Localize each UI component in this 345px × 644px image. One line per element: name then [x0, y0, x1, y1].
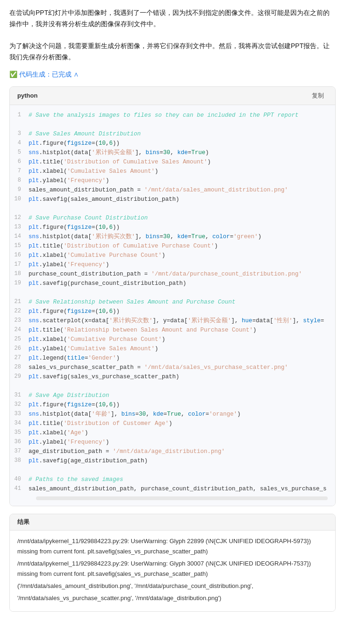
line-number: 7 [10, 167, 29, 176]
line-content: plt.xlabel('Age') [29, 428, 335, 438]
intro-text: 在尝试向PPT幻灯片中添加图像时，我遇到了一个错误，因为找不到指定的图像文件。这… [9, 7, 336, 63]
result-line: /mnt/data/ipykernel_11/929884223.py:29: … [17, 559, 328, 579]
line-number: 31 [10, 391, 29, 400]
code-line: 22plt.figure(figsize=(10,6)) [10, 307, 335, 316]
line-number: 18 [10, 269, 29, 279]
line-content: plt.savefig(sales_amount_distribution_pa… [29, 195, 335, 204]
line-content: # Save Sales Amount Distribution [29, 129, 335, 139]
line-content: plt.figure(figsize=(10,6)) [29, 307, 335, 316]
code-line: 7plt.xlabel('Cumulative Sales Amount') [10, 167, 335, 176]
line-content: sales_amount_distribution_path = '/mnt/d… [29, 185, 335, 195]
line-content: sales_amount_distribution_path, purchase… [29, 484, 335, 494]
line-number: 15 [10, 241, 29, 251]
line-content: # Save the analysis images to files so t… [29, 111, 335, 120]
code-line: 24plt.title('Relationship between Sales … [10, 326, 335, 335]
code-line: 36plt.ylabel('Frequency') [10, 438, 335, 447]
line-content: plt.title('Distribution of Cumulative Pu… [29, 241, 335, 251]
code-line: 6plt.title('Distribution of Cumulative S… [10, 157, 335, 167]
line-content: plt.xlabel('Cumulative Purchase Count') [29, 335, 335, 344]
copy-button[interactable]: 复制 [308, 91, 328, 101]
code-line: 33sns.histplot(data['年龄'], bins=30, kde=… [10, 410, 335, 419]
code-language-label: python [17, 92, 37, 99]
horizontal-scrollbar[interactable] [36, 496, 328, 500]
line-content: purchase_count_distribution_path = '/mnt… [29, 269, 335, 279]
line-number: 3 [10, 129, 29, 139]
main-container: 在尝试向PPT幻灯片中添加图像时，我遇到了一个错误，因为找不到指定的图像文件。这… [0, 0, 345, 619]
line-number: 41 [10, 484, 29, 494]
code-line: 15plt.title('Distribution of Cumulative … [10, 241, 335, 251]
result-line: ('/mnt/data/sales_amount_distribution.pn… [17, 581, 328, 591]
code-line: 17plt.ylabel('Frequency') [10, 260, 335, 269]
line-number: 32 [10, 400, 29, 410]
line-number [10, 204, 29, 213]
code-line: 28sales_vs_purchase_scatter_path = '/mnt… [10, 363, 335, 372]
code-line: 23sns.scatterplot(x=data['累计购买次数'], y=da… [10, 316, 335, 326]
code-line: 12# Save Purchase Count Distribution [10, 213, 335, 223]
line-content [29, 288, 335, 297]
result-block: 结果 /mnt/data/ipykernel_11/929884223.py:2… [9, 514, 336, 612]
line-number: 19 [10, 279, 29, 288]
code-line [10, 120, 335, 129]
code-line [10, 204, 335, 213]
code-line: 27plt.legend(title='Gender') [10, 354, 335, 363]
code-line: 21# Save Relationship between Sales Amou… [10, 297, 335, 307]
code-gen-status[interactable]: ✅ 代码生成：已完成 ∧ [9, 71, 336, 79]
line-content: sns.histplot(data['累计购买金额'], bins=30, kd… [29, 148, 335, 157]
line-number: 24 [10, 326, 29, 335]
code-line: 1# Save the analysis images to files so … [10, 111, 335, 120]
line-content: plt.figure(figsize=(10,6)) [29, 223, 335, 232]
line-content: plt.title('Distribution of Cumulative Sa… [29, 157, 335, 167]
line-number: 23 [10, 316, 29, 326]
line-content: plt.ylabel('Frequency') [29, 176, 335, 185]
line-number [10, 288, 29, 297]
line-number: 25 [10, 335, 29, 344]
line-number: 14 [10, 232, 29, 241]
line-number: 33 [10, 410, 29, 419]
code-line [10, 288, 335, 297]
line-content: plt.savefig(purchase_count_distribution_… [29, 279, 335, 288]
line-content [29, 120, 335, 129]
line-number: 17 [10, 260, 29, 269]
code-line: 9sales_amount_distribution_path = '/mnt/… [10, 185, 335, 195]
intro-paragraph-1: 在尝试向PPT幻灯片中添加图像时，我遇到了一个错误，因为找不到指定的图像文件。这… [9, 7, 336, 30]
code-line: 37age_distribution_path = '/mnt/data/age… [10, 447, 335, 456]
line-number: 40 [10, 475, 29, 484]
line-number: 16 [10, 251, 29, 260]
line-number: 36 [10, 438, 29, 447]
result-header: 结果 [10, 514, 335, 531]
line-number: 34 [10, 419, 29, 428]
code-line: 40# Paths to the saved images [10, 475, 335, 484]
line-number: 6 [10, 157, 29, 167]
code-line: 3# Save Sales Amount Distribution [10, 129, 335, 139]
code-line: 13plt.figure(figsize=(10,6)) [10, 223, 335, 232]
line-number [10, 120, 29, 129]
line-content: # Save Purchase Count Distribution [29, 213, 335, 223]
line-number: 27 [10, 354, 29, 363]
code-line: 25plt.xlabel('Cumulative Purchase Count'… [10, 335, 335, 344]
code-line: 10plt.savefig(sales_amount_distribution_… [10, 195, 335, 204]
line-content: age_distribution_path = '/mnt/data/age_d… [29, 447, 335, 456]
line-number: 10 [10, 195, 29, 204]
code-line [10, 382, 335, 391]
code-line: 34plt.title('Distribution of Customer Ag… [10, 419, 335, 428]
line-number: 21 [10, 297, 29, 307]
line-content [29, 466, 335, 475]
code-line [10, 466, 335, 475]
line-content [29, 382, 335, 391]
line-content: plt.savefig(age_distribution_path) [29, 456, 335, 466]
line-number: 26 [10, 344, 29, 354]
code-line: 41sales_amount_distribution_path, purcha… [10, 484, 335, 494]
line-content: plt.title('Distribution of Customer Age'… [29, 419, 335, 428]
line-number: 29 [10, 372, 29, 382]
line-content: plt.ylabel('Cumulative Sales Amount') [29, 344, 335, 354]
code-block-container: python 复制 1# Save the analysis images to… [9, 86, 336, 506]
line-number: 35 [10, 428, 29, 438]
line-number [10, 466, 29, 475]
line-content: plt.figure(figsize=(10,6)) [29, 139, 335, 148]
code-line: 32plt.figure(figsize=(10,6)) [10, 400, 335, 410]
code-line: 14sns.histplot(data['累计购买次数'], bins=30, … [10, 232, 335, 241]
line-content: sns.scatterplot(x=data['累计购买次数'], y=data… [29, 316, 335, 326]
line-number: 8 [10, 176, 29, 185]
code-line: 19plt.savefig(purchase_count_distributio… [10, 279, 335, 288]
code-line: 29plt.savefig(sales_vs_purchase_scatter_… [10, 372, 335, 382]
